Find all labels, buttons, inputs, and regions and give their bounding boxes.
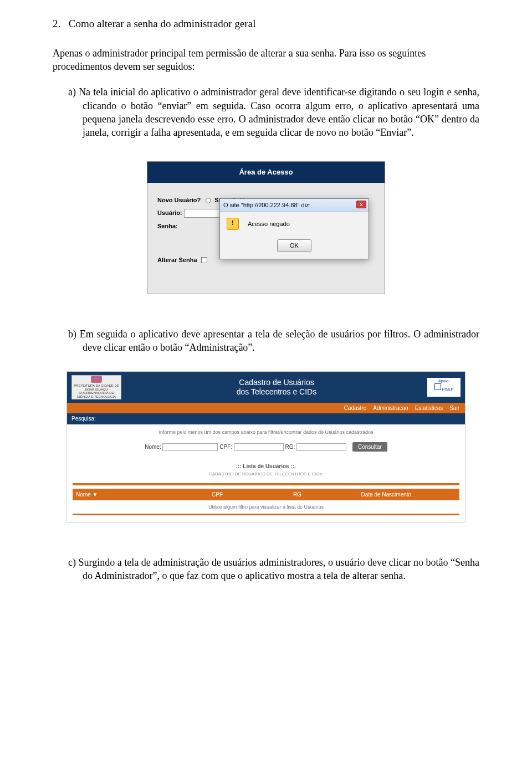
figure-2-wrapper: PREFEITURA DA CIDADE DE NOVA IGUAÇU COOR…	[53, 371, 479, 523]
th-cpf[interactable]: CPF	[212, 491, 293, 499]
finep-icon	[434, 383, 441, 390]
dialog-body: Acesso negado	[220, 212, 369, 236]
list-item-b: b) Em seguida o aplicativo deve apresent…	[53, 327, 479, 355]
banner-title: Cadastro de Usuários dos Telecentros e C…	[126, 378, 427, 397]
dialog-titlebar: O site "http://200.222.94.88" diz: ×	[220, 199, 369, 212]
table-header: Nome ▼ CPF RG Data de Nascimento	[73, 489, 459, 501]
cpf-input[interactable]	[234, 443, 284, 451]
finep-label: FINEP	[442, 387, 454, 391]
list-item-a: a) Na tela inicial do aplicativo o admin…	[53, 85, 479, 139]
banner: PREFEITURA DA CIDADE DE NOVA IGUAÇU COOR…	[67, 372, 465, 403]
list-text-c: Surgindo a tela de administração de usuá…	[79, 557, 479, 581]
rg-label: RG:	[285, 444, 295, 450]
th-data-nascimento[interactable]: Data de Nascimento	[361, 491, 457, 499]
nome-input[interactable]	[162, 443, 218, 451]
list-letter-a: a)	[68, 86, 76, 98]
filter-row: Nome: CPF: RG: Consultar	[67, 440, 465, 458]
nav-estatisticas[interactable]: Estatisticas	[415, 404, 443, 412]
user-list-screen: PREFEITURA DA CIDADE DE NOVA IGUAÇU COOR…	[66, 371, 466, 523]
figure-1-wrapper: Área de Acesso Novo Usuário? Sim Nao Usu…	[53, 161, 479, 294]
th-rg[interactable]: RG	[293, 491, 361, 499]
lista-title: .:: Lista de Usuários ::.	[67, 457, 465, 472]
logo-line1: PREFEITURA DA CIDADE DE NOVA IGUAÇU	[72, 384, 121, 391]
dialog-message: Acesso negado	[248, 221, 290, 227]
orange-divider-2	[73, 514, 459, 515]
dialog-button-row: OK	[220, 236, 369, 259]
nav-sair[interactable]: Sair	[449, 404, 459, 412]
lista-subtitle: CADASTRO DE USUÁRIOS DE TELECENTROS E CI…	[67, 472, 465, 481]
coat-of-arms-icon	[91, 376, 102, 383]
radio-sim[interactable]	[206, 198, 211, 203]
login-panel: Área de Acesso Novo Usuário? Sim Nao Usu…	[147, 161, 385, 294]
ok-button[interactable]: OK	[277, 239, 311, 252]
rg-input[interactable]	[296, 443, 346, 451]
login-panel-body: Novo Usuário? Sim Nao Usuário: Senha: O …	[147, 183, 385, 294]
banner-title-line2: dos Telecentros e CIDs	[126, 387, 427, 397]
intro-paragraph: Apenas o administrador principal tem per…	[53, 47, 479, 74]
filter-hint: Informe pelo menos um dos campos abaixo …	[67, 424, 465, 440]
usuario-label: Usuário:	[157, 209, 182, 216]
section-number: 2.	[53, 17, 66, 31]
orange-divider-1	[73, 483, 459, 485]
nav-cadastro[interactable]: Cadastro	[344, 404, 367, 412]
list-text-b: Em seguida o aplicativo deve apresentar …	[80, 329, 479, 353]
section-title-text: Como alterar a senha do administrador ge…	[69, 18, 256, 29]
login-panel-title: Área de Acesso	[147, 162, 385, 183]
list-text-a: Na tela inicial do aplicativo o administ…	[79, 86, 479, 138]
list-item-c: c) Surgindo a tela de administração de u…	[53, 556, 479, 583]
dialog-title-text: O site "http://200.222.94.88" diz:	[223, 202, 311, 208]
nav-bar: Cadastro Administracao Estatisticas Sair	[67, 403, 465, 414]
list-letter-c: c)	[68, 557, 76, 568]
apoio-label: Apoio:	[427, 379, 461, 383]
banner-title-line1: Cadastro de Usuários	[126, 378, 427, 387]
novo-usuario-label: Novo Usuário?	[157, 197, 201, 203]
nav-administracao[interactable]: Administracao	[373, 404, 408, 412]
nome-label: Nome:	[145, 444, 161, 450]
section-heading: 2. Como alterar a senha do administrador…	[53, 17, 479, 31]
logo-line2: COORDENADORIA DE CIÊNCIA E TECNOLOGIA	[72, 391, 121, 398]
city-logo: PREFEITURA DA CIDADE DE NOVA IGUAÇU COOR…	[71, 375, 121, 399]
consultar-button[interactable]: Consultar	[352, 442, 387, 452]
empty-message: Utilize algum filtro para visualizar a l…	[67, 500, 465, 513]
alterar-senha-checkbox[interactable]	[201, 257, 207, 263]
pesquisa-bar: Pesquisa:	[67, 413, 465, 424]
cpf-label: CPF:	[219, 444, 232, 450]
th-nome[interactable]: Nome ▼	[76, 491, 212, 499]
senha-label: Senha:	[157, 223, 178, 229]
warning-icon	[227, 218, 239, 230]
sponsor-box: Apoio: FINEP	[427, 378, 461, 397]
alterar-senha-label: Alterar Senha	[157, 257, 197, 263]
error-dialog: O site "http://200.222.94.88" diz: × Ace…	[219, 198, 369, 259]
close-icon[interactable]: ×	[356, 201, 366, 208]
list-letter-b: b)	[68, 329, 76, 340]
